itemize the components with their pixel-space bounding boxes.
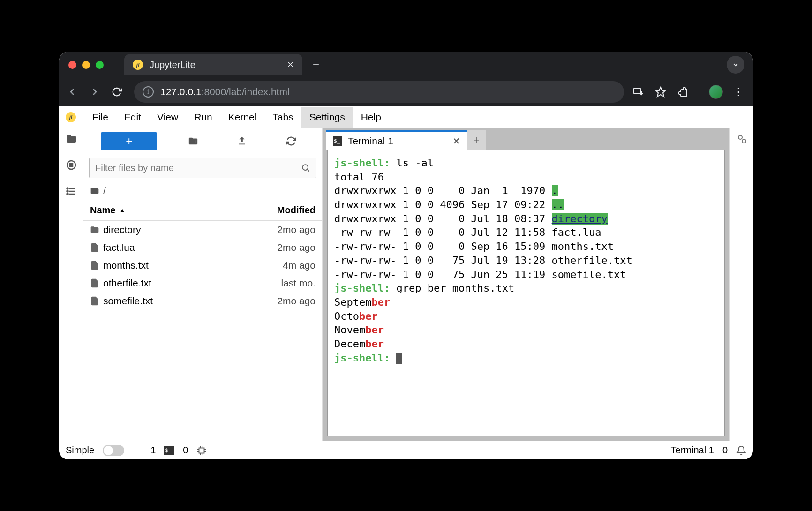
browser-toolbar: i 127.0.0.1:8000/lab/index.html ⋮ [59, 78, 753, 106]
menu-settings[interactable]: Settings [301, 107, 353, 128]
site-info-icon[interactable]: i [143, 86, 154, 98]
file-modified: 2mo ago [236, 224, 316, 235]
svg-point-9 [67, 194, 68, 195]
toc-icon[interactable] [66, 186, 77, 197]
svg-point-11 [302, 165, 308, 170]
file-name: otherfile.txt [103, 278, 236, 289]
refresh-icon[interactable] [286, 136, 305, 146]
file-name: somefile.txt [103, 295, 236, 307]
filter-input-field[interactable] [95, 163, 301, 173]
file-icon [90, 296, 103, 306]
folder-icon [90, 186, 99, 195]
terminal-tab[interactable]: $_ Terminal 1 ✕ [326, 130, 467, 150]
svg-point-8 [67, 191, 68, 192]
browser-menu-icon[interactable]: ⋮ [731, 86, 745, 98]
menu-tabs[interactable]: Tabs [264, 107, 301, 128]
url-text: 127.0.0.1:8000/lab/index.html [160, 86, 290, 98]
file-icon [90, 243, 103, 252]
filebrowser-toolbar: + + [83, 128, 322, 154]
install-app-icon[interactable] [632, 86, 647, 98]
work-area: + + / [59, 128, 753, 441]
menu-run[interactable]: Run [186, 107, 220, 128]
file-row[interactable]: somefile.txt2mo ago [83, 292, 322, 310]
terminal-icon: $_ [333, 136, 342, 146]
jupyterlite-favicon-icon: jl [133, 60, 143, 70]
file-modified: 2mo ago [236, 295, 316, 307]
notifications-icon[interactable] [736, 445, 746, 456]
activity-bar [59, 128, 83, 441]
browser-tab-title: JupyterLite [150, 60, 280, 70]
file-name: fact.lua [103, 242, 236, 253]
menubar: jl FileEditViewRunKernelTabsSettingsHelp [59, 106, 753, 128]
filebrowser-header: Name ▲ Modified [83, 200, 322, 221]
breadcrumb[interactable]: / [83, 182, 322, 200]
sort-asc-icon: ▲ [119, 207, 125, 214]
svg-point-13 [738, 135, 742, 139]
add-tab-button[interactable]: + [467, 130, 486, 150]
file-name: months.txt [103, 260, 236, 271]
svg-marker-1 [656, 87, 665, 97]
jupyter-logo-icon: jl [66, 112, 76, 122]
filebrowser-tab-icon[interactable] [66, 133, 77, 144]
close-window-icon[interactable] [68, 61, 76, 69]
right-sidebar [729, 128, 753, 441]
bookmark-icon[interactable] [655, 86, 669, 98]
extensions-icon[interactable] [677, 86, 692, 98]
terminal-panel: js-shell: ls -al total 76 drwxrwxrwx 1 0… [327, 150, 725, 436]
forward-button[interactable] [89, 86, 103, 98]
new-folder-icon[interactable]: + [188, 136, 206, 146]
file-row[interactable]: months.txt4m ago [83, 256, 322, 274]
filter-files-input[interactable] [89, 158, 316, 178]
new-launcher-button[interactable]: + [101, 132, 157, 150]
file-row[interactable]: fact.lua2mo ago [83, 239, 322, 256]
menu-view[interactable]: View [149, 107, 186, 128]
terminals-count: 1 [150, 445, 156, 456]
window-controls[interactable] [65, 61, 110, 69]
file-name: directory [103, 224, 236, 235]
tab-overflow-button[interactable] [727, 56, 744, 74]
column-name-header[interactable]: Name ▲ [83, 200, 242, 220]
column-modified-header[interactable]: Modified [242, 200, 322, 220]
simple-mode-toggle[interactable] [103, 445, 124, 456]
toolbar-divider [700, 85, 700, 99]
new-tab-button[interactable]: + [313, 58, 319, 71]
tab-close-icon[interactable]: ✕ [287, 60, 294, 70]
svg-rect-15 [199, 448, 204, 453]
browser-tab[interactable]: jl JupyterLite ✕ [124, 54, 302, 75]
back-button[interactable] [67, 86, 81, 98]
status-bar: Simple 1 $_ 0 Terminal 1 0 [59, 441, 753, 459]
file-browser: + + / [83, 128, 323, 441]
notification-count: 0 [722, 445, 728, 456]
terminal-output[interactable]: js-shell: ls -al total 76 drwxrwxrwx 1 0… [328, 150, 724, 370]
file-icon [90, 261, 103, 270]
menu-file[interactable]: File [84, 107, 116, 128]
main-area: $_ Terminal 1 ✕ + js-shell: ls -al total… [323, 128, 729, 441]
menu-kernel[interactable]: Kernel [220, 107, 265, 128]
file-modified: last mo. [236, 278, 316, 289]
running-sessions-icon[interactable] [66, 159, 77, 171]
close-tab-icon[interactable]: ✕ [452, 135, 460, 147]
property-inspector-icon[interactable] [736, 133, 747, 144]
menu-edit[interactable]: Edit [116, 107, 149, 128]
svg-point-14 [742, 139, 746, 143]
file-row[interactable]: otherfile.txtlast mo. [83, 274, 322, 292]
menu-help[interactable]: Help [353, 107, 389, 128]
file-row[interactable]: directory2mo ago [83, 221, 322, 239]
browser-tabbar: jl JupyterLite ✕ + [59, 52, 753, 78]
file-modified: 4m ago [236, 260, 316, 271]
file-icon [90, 278, 103, 288]
svg-rect-0 [634, 88, 640, 94]
terminal-status-icon: $_ [164, 446, 174, 455]
minimize-window-icon[interactable] [82, 61, 90, 69]
search-icon [301, 163, 310, 173]
upload-icon[interactable] [237, 136, 256, 146]
profile-avatar[interactable] [709, 85, 723, 99]
browser-chrome: jl JupyterLite ✕ + i 127.0.0 [59, 52, 753, 106]
svg-rect-3 [70, 164, 73, 166]
maximize-window-icon[interactable] [96, 61, 104, 69]
svg-point-7 [67, 188, 68, 189]
svg-text:+: + [194, 139, 197, 144]
reload-button[interactable] [112, 87, 126, 97]
breadcrumb-root[interactable]: / [103, 185, 106, 197]
address-bar[interactable]: i 127.0.0.1:8000/lab/index.html [134, 81, 624, 103]
